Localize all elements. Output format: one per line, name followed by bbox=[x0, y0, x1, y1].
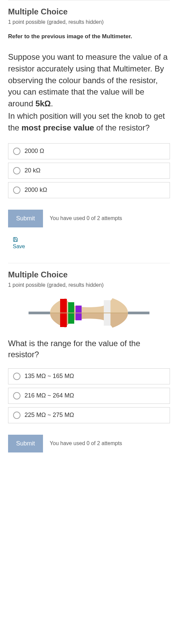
attempts-text: You have used 0 of 2 attempts bbox=[50, 440, 122, 446]
option-label: 216 MΩ ~ 264 MΩ bbox=[25, 392, 74, 399]
resistor-lead-left bbox=[29, 312, 50, 314]
q1-option-0[interactable]: 2000 Ω bbox=[8, 143, 170, 159]
option-label: 20 kΩ bbox=[25, 167, 40, 174]
submit-button[interactable]: Submit bbox=[8, 435, 43, 452]
option-label: 225 MΩ ~ 275 MΩ bbox=[25, 412, 74, 419]
resistor-image bbox=[8, 296, 170, 330]
q2-submit-row: Submit You have used 0 of 2 attempts bbox=[8, 435, 170, 452]
save-button[interactable]: Save bbox=[8, 234, 30, 256]
save-icon bbox=[13, 237, 18, 242]
question-2: Multiple Choice 1 point possible (graded… bbox=[8, 270, 170, 466]
option-label: 2000 Ω bbox=[25, 148, 44, 155]
q1-option-1[interactable]: 20 kΩ bbox=[8, 163, 170, 179]
q1-submit-row: Submit You have used 0 of 2 attempts bbox=[8, 210, 170, 227]
save-label: Save bbox=[13, 244, 25, 250]
radio-icon bbox=[13, 392, 20, 399]
submit-button[interactable]: Submit bbox=[8, 210, 43, 227]
radio-icon bbox=[13, 167, 20, 174]
refer-text: Refer to the previous image of the Multi… bbox=[8, 33, 170, 40]
radio-icon bbox=[13, 186, 20, 194]
q2-option-0[interactable]: 135 MΩ ~ 165 MΩ bbox=[8, 368, 170, 384]
q2-option-2[interactable]: 225 MΩ ~ 275 MΩ bbox=[8, 407, 170, 423]
divider bbox=[8, 263, 170, 263]
question-title: Multiple Choice bbox=[8, 7, 170, 16]
q1-option-2[interactable]: 2000 kΩ bbox=[8, 182, 170, 198]
question-1: Multiple Choice 1 point possible (graded… bbox=[8, 0, 170, 263]
q1-para1a: Suppose you want to measure the value of… bbox=[8, 52, 168, 108]
q2-options: 135 MΩ ~ 165 MΩ 216 MΩ ~ 264 MΩ 225 MΩ ~… bbox=[8, 368, 170, 423]
q1-options: 2000 Ω 20 kΩ 2000 kΩ bbox=[8, 143, 170, 198]
question-meta: 1 point possible (graded, results hidden… bbox=[8, 19, 170, 25]
q1-para1-bold: 5kΩ bbox=[35, 99, 51, 108]
q1-para2-bold: most precise value bbox=[21, 123, 94, 132]
resistor-body bbox=[50, 298, 128, 328]
option-label: 135 MΩ ~ 165 MΩ bbox=[25, 373, 74, 380]
radio-icon bbox=[13, 412, 20, 419]
q2-question-text: What is the range for the value of the r… bbox=[8, 338, 170, 360]
question-body: Suppose you want to measure the value of… bbox=[8, 51, 170, 134]
q1-para2b: of the resistor? bbox=[94, 123, 149, 132]
radio-icon bbox=[13, 373, 20, 380]
option-label: 2000 kΩ bbox=[25, 186, 47, 194]
attempts-text: You have used 0 of 2 attempts bbox=[50, 215, 122, 221]
radio-icon bbox=[13, 148, 20, 155]
q1-para1b: . bbox=[51, 99, 53, 108]
q2-option-1[interactable]: 216 MΩ ~ 264 MΩ bbox=[8, 388, 170, 404]
question-title: Multiple Choice bbox=[8, 270, 170, 279]
resistor-lead-right bbox=[128, 312, 149, 314]
question-meta: 1 point possible (graded, results hidden… bbox=[8, 282, 170, 288]
